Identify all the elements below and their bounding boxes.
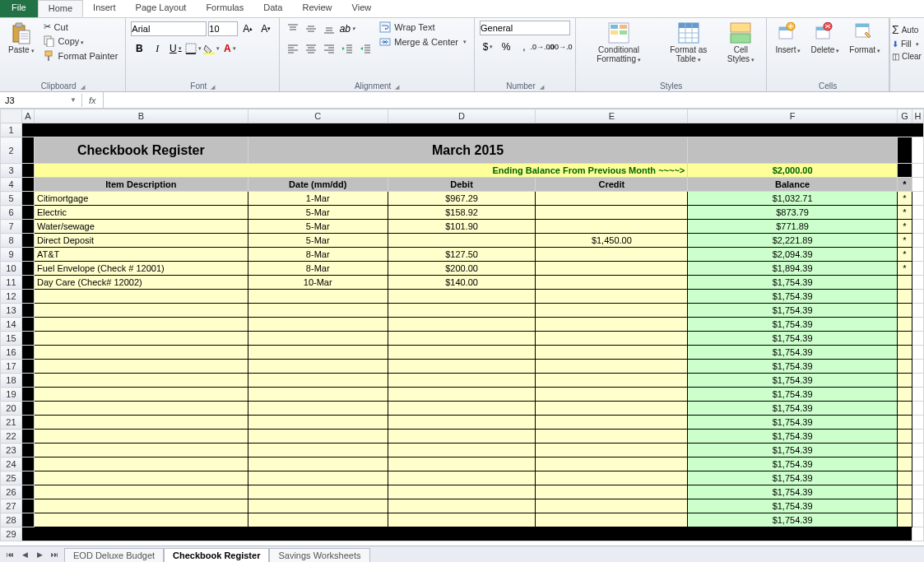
row-header-27[interactable]: 27 bbox=[1, 499, 22, 513]
underline-button[interactable]: U bbox=[167, 40, 183, 57]
cell-date[interactable] bbox=[248, 513, 388, 527]
cell-credit[interactable] bbox=[536, 471, 688, 485]
font-family-select[interactable] bbox=[131, 21, 207, 36]
cell-mark[interactable]: * bbox=[897, 248, 912, 262]
cell-debit[interactable] bbox=[388, 318, 536, 332]
decrease-decimal-button[interactable]: .00→.0 bbox=[552, 39, 569, 55]
cell-balance[interactable]: $1,754.39 bbox=[688, 318, 898, 332]
cell-credit[interactable] bbox=[536, 388, 688, 402]
cell-desc[interactable] bbox=[34, 318, 248, 332]
row-header-2[interactable]: 2 bbox=[1, 137, 22, 164]
cell-date[interactable]: 1-Mar bbox=[248, 192, 388, 206]
tab-review[interactable]: Review bbox=[292, 0, 341, 17]
row-header-28[interactable]: 28 bbox=[1, 513, 22, 527]
font-dialog-launcher[interactable] bbox=[208, 81, 215, 91]
spreadsheet-grid[interactable]: ABCDEFGH12Checkbook RegisterMarch 20153E… bbox=[0, 109, 924, 546]
autosum-button[interactable]: ΣAuto bbox=[892, 21, 922, 38]
cell-date[interactable]: 10-Mar bbox=[248, 276, 388, 290]
cell-desc[interactable] bbox=[34, 402, 248, 416]
row-header-13[interactable]: 13 bbox=[1, 304, 22, 318]
row-header-17[interactable]: 17 bbox=[1, 360, 22, 374]
format-as-table-button[interactable]: Format as Table bbox=[660, 21, 717, 65]
cell-balance[interactable]: $1,754.39 bbox=[688, 402, 898, 416]
cell-mark[interactable] bbox=[897, 499, 912, 513]
row-header-21[interactable]: 21 bbox=[1, 416, 22, 430]
cell-date[interactable] bbox=[248, 402, 388, 416]
sheet-nav-prev[interactable]: ◀ bbox=[18, 550, 31, 559]
cell-debit[interactable]: $158.92 bbox=[388, 206, 536, 220]
cell-mark[interactable] bbox=[897, 513, 912, 527]
cell-mark[interactable] bbox=[897, 485, 912, 499]
select-all-corner[interactable] bbox=[1, 109, 22, 123]
format-cells-button[interactable]: Format bbox=[846, 21, 884, 56]
cell-mark[interactable] bbox=[897, 416, 912, 430]
row-header-15[interactable]: 15 bbox=[1, 332, 22, 346]
cell-credit[interactable] bbox=[536, 276, 688, 290]
merge-center-button[interactable]: Merge & Center bbox=[377, 35, 469, 49]
cell-credit[interactable] bbox=[536, 290, 688, 304]
cell-desc[interactable] bbox=[34, 374, 248, 388]
cell-balance[interactable]: $1,754.39 bbox=[688, 430, 898, 444]
cell-mark[interactable] bbox=[897, 276, 912, 290]
cell-credit[interactable] bbox=[536, 499, 688, 513]
cell-debit[interactable] bbox=[388, 430, 536, 444]
row-header-3[interactable]: 3 bbox=[1, 164, 22, 178]
cell-balance[interactable]: $873.79 bbox=[688, 206, 898, 220]
name-box[interactable]: J3▼ bbox=[0, 94, 82, 107]
cell-credit[interactable] bbox=[536, 444, 688, 457]
cell-desc[interactable] bbox=[34, 388, 248, 402]
cell-debit[interactable] bbox=[388, 304, 536, 318]
cell-credit[interactable] bbox=[536, 192, 688, 206]
cell-debit[interactable] bbox=[388, 290, 536, 304]
row-header-24[interactable]: 24 bbox=[1, 457, 22, 471]
cell-debit[interactable] bbox=[388, 444, 536, 457]
cell-balance[interactable]: $1,754.39 bbox=[688, 374, 898, 388]
cell-date[interactable] bbox=[248, 499, 388, 513]
tab-home[interactable]: Home bbox=[38, 0, 83, 17]
cell-debit[interactable] bbox=[388, 234, 536, 248]
cell-balance[interactable]: $1,754.39 bbox=[688, 444, 898, 457]
cell-debit[interactable] bbox=[388, 360, 536, 374]
cell-desc[interactable] bbox=[34, 290, 248, 304]
cell-credit[interactable] bbox=[536, 416, 688, 430]
align-middle-button[interactable] bbox=[303, 21, 319, 37]
cell-balance[interactable]: $1,754.39 bbox=[688, 290, 898, 304]
cell-credit[interactable]: $1,450.00 bbox=[536, 234, 688, 248]
number-dialog-launcher[interactable] bbox=[537, 81, 544, 91]
cell-mark[interactable] bbox=[897, 444, 912, 457]
cell-credit[interactable] bbox=[536, 430, 688, 444]
sheet-tab[interactable]: EOD Deluxe Budget bbox=[64, 548, 164, 562]
cell-mark[interactable] bbox=[897, 471, 912, 485]
cell-credit[interactable] bbox=[536, 262, 688, 276]
row-header-7[interactable]: 7 bbox=[1, 220, 22, 234]
col-header-E[interactable]: E bbox=[536, 109, 688, 123]
orientation-button[interactable]: ab bbox=[339, 21, 355, 37]
cell-balance[interactable]: $1,754.39 bbox=[688, 304, 898, 318]
cell-desc[interactable]: Citimortgage bbox=[34, 192, 248, 206]
cell-desc[interactable] bbox=[34, 457, 248, 471]
cell-date[interactable] bbox=[248, 485, 388, 499]
cell-date[interactable] bbox=[248, 360, 388, 374]
cell-desc[interactable]: Water/sewage bbox=[34, 220, 248, 234]
row-header-6[interactable]: 6 bbox=[1, 206, 22, 220]
cell-date[interactable]: 5-Mar bbox=[248, 234, 388, 248]
cell-mark[interactable] bbox=[897, 457, 912, 471]
fill-color-button[interactable] bbox=[203, 40, 220, 57]
sheet-nav-first[interactable]: ⏮ bbox=[3, 550, 16, 559]
cell-balance[interactable]: $1,894.39 bbox=[688, 262, 898, 276]
cell-desc[interactable] bbox=[34, 444, 248, 457]
cell-desc[interactable] bbox=[34, 430, 248, 444]
cell-balance[interactable]: $1,754.39 bbox=[688, 360, 898, 374]
cell-credit[interactable] bbox=[536, 360, 688, 374]
cell-date[interactable] bbox=[248, 290, 388, 304]
insert-cells-button[interactable]: Insert bbox=[772, 21, 804, 56]
align-top-button[interactable] bbox=[285, 21, 301, 37]
delete-cells-button[interactable]: Delete bbox=[807, 21, 843, 56]
clipboard-dialog-launcher[interactable] bbox=[78, 81, 85, 91]
row-header-25[interactable]: 25 bbox=[1, 471, 22, 485]
cell-mark[interactable]: * bbox=[897, 220, 912, 234]
row-header-23[interactable]: 23 bbox=[1, 444, 22, 457]
cell-date[interactable] bbox=[248, 416, 388, 430]
cell-mark[interactable]: * bbox=[897, 262, 912, 276]
col-header-C[interactable]: C bbox=[248, 109, 388, 123]
